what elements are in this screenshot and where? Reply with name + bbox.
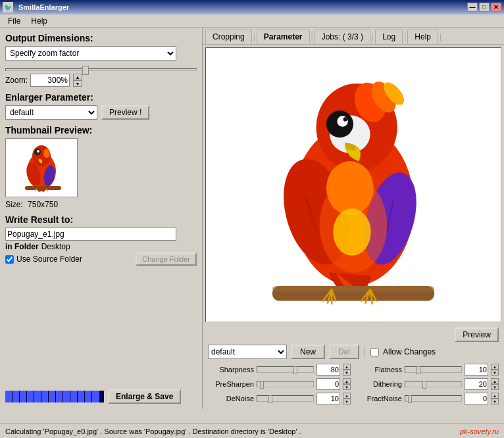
denoise-row: DeNoise ▲ ▼ (208, 392, 351, 405)
dithering-thumb[interactable] (422, 381, 426, 389)
progress-seg-10 (70, 391, 78, 402)
size-value: 750x750 (28, 200, 58, 209)
zoom-row (5, 63, 197, 71)
allow-changes-label: Allow Changes (383, 347, 436, 356)
denoise-down[interactable]: ▼ (343, 399, 351, 404)
dithering-row: Dithering ▲ ▼ (356, 377, 499, 391)
preview-image-area (205, 47, 501, 322)
presharpen-thumb[interactable] (260, 381, 264, 389)
zoom-down-button[interactable]: ▼ (73, 80, 82, 87)
minimize-button[interactable]: — (467, 3, 478, 12)
svg-point-23 (333, 208, 370, 256)
menubar: File Help (0, 14, 504, 28)
allow-changes-checkbox[interactable] (370, 348, 379, 356)
svg-rect-25 (272, 286, 434, 291)
use-source-folder-checkbox[interactable] (5, 255, 14, 264)
flatness-slider[interactable] (405, 366, 462, 373)
titlebar-controls: — □ ✕ (467, 3, 501, 12)
enlarger-preset-select[interactable]: default sharp smooth painting (5, 105, 97, 120)
presharpen-spinbtns: ▲ ▼ (343, 378, 351, 390)
sharpness-up[interactable]: ▲ (343, 364, 351, 370)
presharpen-down[interactable]: ▼ (343, 384, 351, 390)
progress-seg-3 (20, 391, 27, 402)
presharpen-slider[interactable] (257, 381, 314, 387)
menu-help[interactable]: Help (26, 15, 53, 27)
progress-seg-11 (78, 391, 85, 402)
tab-cropping[interactable]: Cropping (205, 30, 252, 44)
sharpness-row: Sharpness ▲ ▼ (208, 363, 351, 376)
bottom-preset-row: default sharp smooth New Del Allow Chang… (208, 345, 499, 359)
menu-file[interactable]: File (3, 15, 26, 27)
tabs-bar: Cropping | Parameter | Jobs: ( 3/3 ) | L… (203, 28, 504, 45)
zoom-slider-thumb[interactable] (82, 66, 89, 75)
use-source-label: Use Source Folder (16, 255, 82, 264)
progress-seg-6 (41, 391, 49, 402)
denoise-input[interactable] (316, 393, 340, 404)
folder-value: Desktop (41, 242, 70, 251)
param-sliders: Sharpness ▲ ▼ Flatness (208, 362, 499, 406)
presharpen-input[interactable] (316, 378, 340, 390)
close-button[interactable]: ✕ (491, 3, 501, 12)
zoom-up-button[interactable]: ▲ (73, 74, 82, 80)
dithering-slider[interactable] (405, 381, 462, 387)
fractnoise-down[interactable]: ▼ (491, 399, 499, 404)
change-folder-button[interactable]: Change Folder (136, 253, 197, 266)
checkbox-row: Use Source Folder Change Folder (5, 253, 197, 266)
fractnoise-spinbtns: ▲ ▼ (491, 393, 499, 404)
presharpen-up[interactable]: ▲ (343, 378, 351, 384)
progress-seg-7 (49, 391, 56, 402)
new-preset-button[interactable]: New (291, 345, 325, 359)
denoise-thumb[interactable] (268, 395, 272, 403)
tab-sep-3: | (370, 32, 375, 41)
denoise-slider[interactable] (257, 395, 314, 402)
denoise-up[interactable]: ▲ (343, 393, 351, 399)
zoom-mode-select[interactable]: Specify zoom factor Specify width Specif… (5, 46, 176, 61)
tab-parameter[interactable]: Parameter (257, 30, 310, 44)
bottom-preset-select[interactable]: default sharp smooth (208, 345, 287, 359)
flatness-down[interactable]: ▼ (491, 370, 499, 376)
dithering-down[interactable]: ▼ (491, 384, 499, 390)
filename-input[interactable] (5, 228, 176, 241)
preview-right-button[interactable]: Preview (455, 328, 499, 342)
dithering-up[interactable]: ▲ (491, 378, 499, 384)
bottom-controls: Preview default sharp smooth New Del All… (203, 325, 504, 409)
progress-area: Enlarge & Save (5, 389, 181, 404)
sharpness-input[interactable] (316, 364, 340, 376)
folder-label: in Folder (5, 242, 39, 251)
fractnoise-thumb[interactable] (408, 395, 412, 403)
fractnoise-up[interactable]: ▲ (491, 393, 499, 399)
sharpness-spinbtns: ▲ ▼ (343, 364, 351, 376)
dithering-input[interactable] (465, 378, 488, 390)
zoom-slider-track[interactable] (5, 68, 197, 71)
tab-log[interactable]: Log (375, 30, 403, 44)
flatness-input[interactable] (465, 364, 488, 376)
progress-seg-2 (13, 391, 20, 402)
fractnoise-slider[interactable] (405, 395, 462, 402)
enlarge-save-button[interactable]: Enlarge & Save (108, 389, 181, 404)
del-preset-button[interactable]: Del (329, 345, 359, 359)
maximize-button[interactable]: □ (479, 3, 490, 12)
progress-seg-9 (63, 391, 70, 402)
right-panel: Cropping | Parameter | Jobs: ( 3/3 ) | L… (203, 28, 504, 409)
presharpen-row: PreSharpen ▲ ▼ (208, 377, 351, 391)
sharpness-slider[interactable] (257, 366, 314, 373)
flatness-thumb[interactable] (416, 366, 420, 374)
svg-point-22 (326, 161, 374, 215)
main-preview-image (245, 57, 462, 313)
statusbar: Calculating 'Popugay_e0.jpg' . Source wa… (0, 424, 504, 438)
svg-rect-7 (25, 186, 61, 190)
fractnoise-input[interactable] (465, 393, 488, 404)
sharpness-down[interactable]: ▼ (343, 370, 351, 376)
tab-help[interactable]: Help (407, 30, 438, 44)
flatness-up[interactable]: ▲ (491, 364, 499, 370)
enlarger-param-row: default sharp smooth painting Preview ! (5, 105, 197, 120)
sharpness-thumb[interactable] (293, 366, 297, 374)
zoom-input[interactable] (30, 74, 70, 87)
zoom-label: Zoom: (5, 76, 28, 85)
titlebar: 🐦 SmillaEnlarger — □ ✕ (0, 0, 504, 14)
output-dims-title: Output Dimensions: (5, 33, 197, 43)
statusbar-brand: pk-sovety.ru (460, 427, 499, 435)
preview-button[interactable]: Preview ! (101, 105, 149, 120)
tab-jobs[interactable]: Jobs: ( 3/3 ) (315, 30, 370, 44)
tab-sep-5: | (438, 32, 443, 41)
